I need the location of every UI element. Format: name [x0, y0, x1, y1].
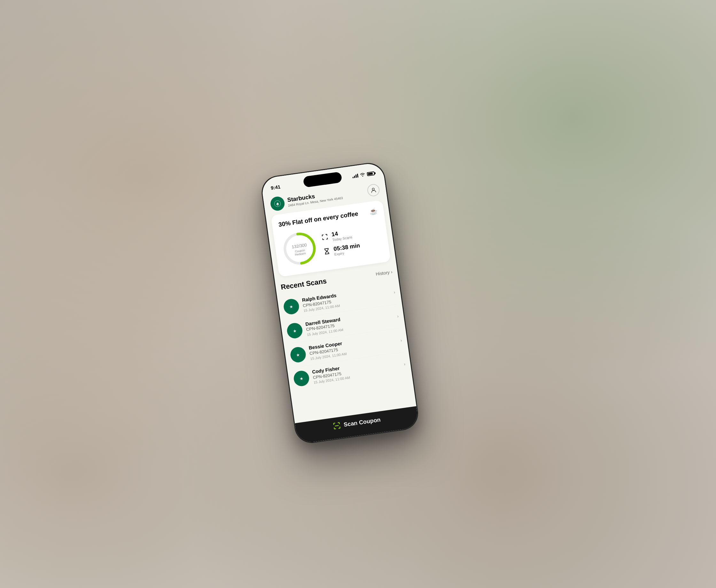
expiry-info: 05:38 min Expiry [333, 243, 361, 256]
recent-scans-section: Recent Scans History › ★ Ralph Edwards C… [280, 268, 407, 392]
chevron-right-icon: › [403, 361, 406, 366]
today-scans-info: 14 Today Scans [331, 229, 353, 241]
chevron-right-icon: › [397, 314, 399, 319]
scan-coupon-icon [333, 421, 341, 430]
scan-avatar: ★ [282, 298, 300, 315]
starbucks-logo: ♠ ★ [270, 195, 286, 212]
status-time: 9:41 [270, 184, 281, 190]
expiry-stat: 05:38 min Expiry [322, 239, 383, 257]
svg-line-15 [335, 426, 338, 426]
svg-text:★: ★ [296, 352, 300, 358]
account-button[interactable] [366, 184, 380, 197]
scan-avatar: ★ [293, 370, 310, 387]
svg-text:★: ★ [276, 202, 279, 205]
hourglass-icon [322, 248, 331, 257]
circular-text: 132/300 Coupon Redeem [290, 240, 310, 257]
svg-text:★: ★ [299, 376, 304, 382]
scan-avatar: ★ [289, 346, 307, 363]
svg-text:★: ★ [293, 328, 297, 334]
scan-coupon-label: Scan Coupon [343, 416, 381, 428]
chevron-right-icon: › [400, 337, 402, 342]
svg-text:★: ★ [289, 304, 294, 310]
signal-icon [352, 173, 358, 178]
chevron-right-icon: › [394, 290, 396, 295]
circular-progress: 132/300 Coupon Redeem [280, 229, 319, 269]
battery-icon [366, 171, 375, 176]
scan-list: ★ Ralph Edwards CPN-82047175 15 July 202… [282, 280, 407, 392]
history-link[interactable]: History › [376, 269, 393, 276]
section-title: Recent Scans [280, 277, 327, 291]
coffee-icon: ☕ [369, 207, 378, 216]
coupon-total: /300 [298, 243, 307, 248]
scan-frame-icon [321, 233, 329, 242]
scan-avatar: ★ [286, 322, 303, 339]
status-icons [352, 171, 375, 179]
coupon-stats: 132/300 Coupon Redeem [280, 220, 383, 269]
wifi-icon [360, 172, 365, 178]
header-text: Starbucks 2464 Royal Ln. Mesa, New York … [287, 189, 343, 208]
svg-point-4 [372, 188, 375, 190]
stats-right: 14 Today Scans [320, 225, 383, 258]
